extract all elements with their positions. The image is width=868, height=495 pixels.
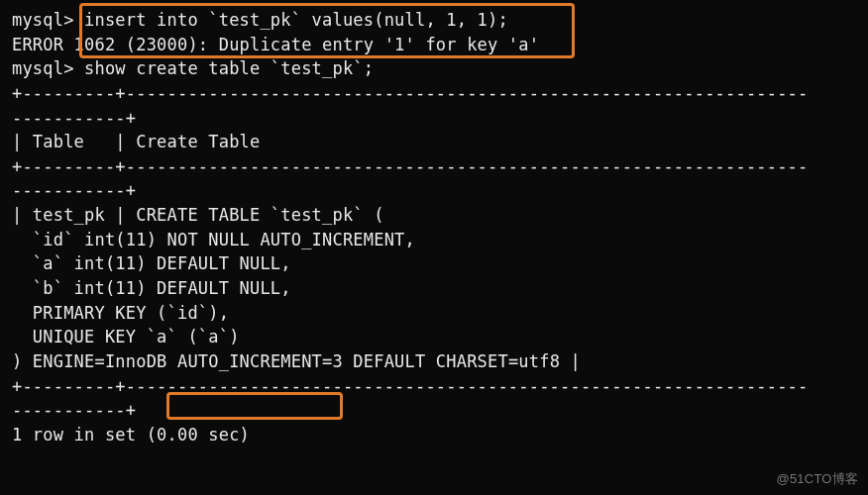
primary-key: PRIMARY KEY (`id`), <box>12 301 856 326</box>
auto-increment-value: AUTO_INCREMENT=3 <box>177 351 343 371</box>
insert-command-line: mysql> insert into `test_pk` values(null… <box>12 8 856 33</box>
engine-suffix: DEFAULT CHARSET=utf8 | <box>343 351 581 371</box>
separator: -----------+ <box>12 106 856 131</box>
watermark: @51CTO博客 <box>777 470 858 489</box>
engine-prefix: ) ENGINE=InnoDB <box>12 351 177 371</box>
table-header: | Table | Create Table <box>12 130 856 154</box>
create-table-open: | test_pk | CREATE TABLE `test_pk` ( <box>12 203 856 228</box>
error-line: ERROR 1062 (23000): Duplicate entry '1' … <box>12 33 856 57</box>
separator: +---------+-----------------------------… <box>12 81 856 106</box>
show-command: show create table `test_pk`; <box>84 58 374 78</box>
unique-key: UNIQUE KEY `a` (`a`) <box>12 325 856 349</box>
prompt: mysql> <box>12 10 84 30</box>
column-b: `b` int(11) DEFAULT NULL, <box>12 276 856 301</box>
column-a: `a` int(11) DEFAULT NULL, <box>12 251 856 276</box>
insert-command: insert into `test_pk` values(null, 1, 1)… <box>84 10 508 30</box>
show-command-line: mysql> show create table `test_pk`; <box>12 56 856 81</box>
separator: +---------+-----------------------------… <box>12 374 856 399</box>
separator: +---------+-----------------------------… <box>12 154 856 179</box>
prompt: mysql> <box>12 58 84 78</box>
separator: -----------+ <box>12 398 856 423</box>
engine-line: ) ENGINE=InnoDB AUTO_INCREMENT=3 DEFAULT… <box>12 349 856 374</box>
separator: -----------+ <box>12 178 856 203</box>
result-summary: 1 row in set (0.00 sec) <box>12 423 856 447</box>
column-id: `id` int(11) NOT NULL AUTO_INCREMENT, <box>12 228 856 252</box>
